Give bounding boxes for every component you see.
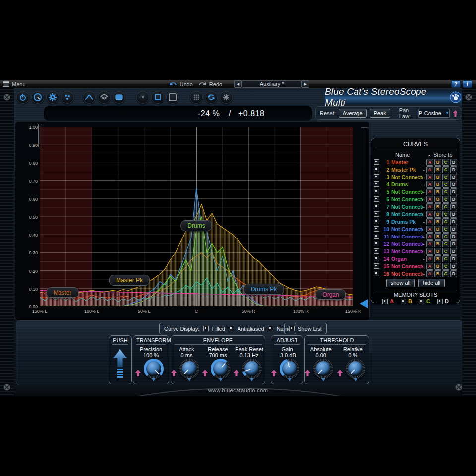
store-d-button[interactable]: D — [450, 226, 457, 233]
store-a-button[interactable]: A — [426, 203, 433, 210]
store-a-button[interactable]: A — [426, 218, 433, 225]
curve-view-button[interactable] — [83, 91, 96, 104]
curve-visible-checkbox[interactable] — [374, 234, 379, 239]
store-b-button[interactable]: B — [434, 159, 441, 166]
automation-arrow-icon[interactable] — [271, 370, 277, 376]
scroll-handle-icon[interactable] — [360, 299, 368, 308]
antialiased-checkbox[interactable] — [229, 326, 234, 331]
curve-visible-checkbox[interactable] — [374, 241, 379, 246]
menu-button[interactable]: Menu — [3, 81, 26, 87]
store-c-button[interactable]: C — [442, 174, 449, 180]
undo-button[interactable]: Undo — [169, 81, 193, 87]
store-c-button[interactable]: C — [442, 255, 449, 262]
automation-arrow-icon[interactable] — [305, 370, 310, 376]
store-b-button[interactable]: B — [434, 248, 441, 255]
store-c-button[interactable]: C — [442, 188, 449, 195]
vertical-scroll-track[interactable] — [361, 127, 368, 303]
store-c-button[interactable]: C — [442, 240, 449, 247]
store-d-button[interactable]: D — [450, 166, 457, 173]
name-checkbox[interactable] — [268, 326, 273, 331]
store-d-button[interactable]: D — [450, 218, 457, 225]
grid-button[interactable] — [190, 91, 203, 104]
store-c-button[interactable]: C — [442, 270, 449, 277]
store-b-button[interactable]: B — [434, 203, 441, 210]
curve-visible-checkbox[interactable] — [374, 167, 379, 172]
gain-knob[interactable] — [280, 359, 299, 379]
store-d-button[interactable]: D — [450, 211, 457, 218]
curve-label-pill[interactable]: Drums — [180, 220, 212, 231]
show-all-button[interactable]: show all — [386, 279, 415, 287]
store-c-button[interactable]: C — [442, 263, 449, 270]
store-a-button[interactable]: A — [426, 181, 433, 188]
curve-label-pill[interactable]: Master — [47, 287, 79, 298]
store-c-button[interactable]: C — [442, 181, 449, 188]
store-d-button[interactable]: D — [450, 188, 457, 195]
knob-mode-button[interactable] — [31, 91, 44, 104]
pan-law-select[interactable]: P-Cosine ▼ — [418, 109, 450, 118]
filled-checkbox[interactable] — [203, 326, 209, 331]
curve-label-pill[interactable]: Drums Pk — [244, 284, 284, 295]
curve-label-pill[interactable]: Organ — [315, 289, 346, 300]
store-a-button[interactable]: A — [426, 226, 433, 233]
curve-visible-checkbox[interactable] — [374, 263, 379, 269]
store-b-button[interactable]: B — [434, 218, 441, 225]
store-c-button[interactable]: C — [442, 166, 449, 173]
routing-button[interactable] — [61, 91, 74, 104]
curve-visible-checkbox[interactable] — [374, 181, 379, 187]
memory-slot-checkbox[interactable] — [401, 299, 406, 304]
automation-arrow-icon[interactable] — [337, 370, 343, 376]
automation-arrow-icon[interactable] — [171, 370, 177, 376]
store-d-button[interactable]: D — [450, 174, 457, 180]
store-a-button[interactable]: A — [426, 240, 433, 247]
reset-average-button[interactable]: Average — [339, 109, 367, 118]
store-d-button[interactable]: D — [450, 159, 457, 166]
store-a-button[interactable]: A — [426, 255, 433, 262]
preset-next-button[interactable]: ▶ — [301, 80, 309, 88]
store-b-button[interactable]: B — [434, 263, 441, 270]
curve-visible-checkbox[interactable] — [374, 226, 379, 232]
store-d-button[interactable]: D — [450, 203, 457, 210]
store-a-button[interactable]: A — [426, 263, 433, 270]
relative-knob[interactable] — [346, 359, 365, 379]
memory-slot-checkbox[interactable] — [437, 299, 443, 304]
curve-visible-checkbox[interactable] — [374, 189, 379, 194]
store-c-button[interactable]: C — [442, 226, 449, 233]
peak-reset-knob[interactable] — [242, 359, 262, 379]
redo-button[interactable]: Redo — [198, 81, 222, 87]
curve-visible-checkbox[interactable] — [374, 159, 379, 165]
store-d-button[interactable]: D — [450, 248, 457, 255]
stereo-scope-plot[interactable]: MasterMaster PkDrumsDrums PkOrgan — [40, 127, 353, 306]
attack-knob[interactable] — [179, 359, 199, 379]
store-a-button[interactable]: A — [426, 159, 433, 166]
sync-button[interactable] — [205, 91, 218, 104]
size-medium-button[interactable] — [151, 91, 164, 104]
absolute-knob[interactable] — [313, 359, 333, 379]
store-a-button[interactable]: A — [426, 270, 433, 277]
store-d-button[interactable]: D — [450, 270, 457, 277]
power-button[interactable] — [16, 91, 29, 104]
store-c-button[interactable]: C — [442, 196, 449, 203]
curve-visible-checkbox[interactable] — [374, 204, 379, 209]
store-c-button[interactable]: C — [442, 159, 449, 166]
store-c-button[interactable]: C — [442, 248, 449, 255]
freeze-button[interactable] — [220, 91, 233, 104]
automation-arrow-icon[interactable] — [453, 110, 457, 117]
zoom-handle[interactable] — [38, 124, 42, 147]
curve-visible-checkbox[interactable] — [374, 271, 379, 276]
store-b-button[interactable]: B — [434, 211, 441, 218]
size-large-button[interactable] — [166, 91, 179, 104]
store-b-button[interactable]: B — [434, 188, 441, 195]
store-b-button[interactable]: B — [434, 226, 441, 233]
store-c-button[interactable]: C — [442, 218, 449, 225]
curve-visible-checkbox[interactable] — [374, 219, 379, 224]
store-b-button[interactable]: B — [434, 174, 441, 180]
layers-button[interactable] — [98, 91, 111, 104]
preset-prev-button[interactable]: ◀ — [234, 80, 242, 88]
preset-name-field[interactable]: Auxiliary * — [242, 80, 301, 88]
info-button[interactable]: i — [463, 80, 472, 88]
store-b-button[interactable]: B — [434, 270, 441, 277]
store-c-button[interactable]: C — [442, 203, 449, 210]
precision-knob[interactable] — [144, 359, 164, 379]
store-d-button[interactable]: D — [450, 196, 457, 203]
store-b-button[interactable]: B — [434, 166, 441, 173]
